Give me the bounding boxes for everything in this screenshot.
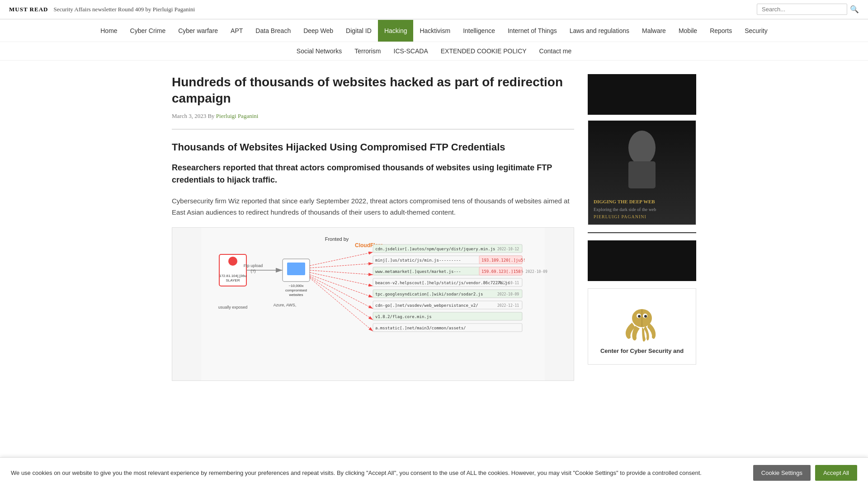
svg-text:tpc.googlesyndication[.]wiki/s: tpc.googlesyndication[.]wiki/sodar/sodar… <box>375 292 483 296</box>
svg-text:Fronted by: Fronted by <box>325 236 349 242</box>
svg-text:2022-10-11: 2022-10-11 <box>497 281 519 285</box>
svg-text:usually exposed: usually exposed <box>218 305 248 310</box>
nav-deep-web[interactable]: Deep Web <box>297 20 340 42</box>
svg-text:(?): (?) <box>251 269 256 273</box>
book-cover: DIGGING THE DEEP WEB Exploring the dark … <box>588 121 696 225</box>
svg-text:minj[.]us/static/js/min.js----: minj[.]us/static/js/min.js--------- <box>375 258 461 263</box>
must-read-label: MUST READ <box>9 6 48 13</box>
article-area: Hundreds of thousands of websites hacked… <box>172 74 574 381</box>
search-button[interactable]: 🔍 <box>850 5 859 14</box>
svg-text:v1.8.2/flag.core.min.js: v1.8.2/flag.core.min.js <box>375 314 432 319</box>
book-author: PIERLUIGI PAGANINI <box>594 214 656 219</box>
sidebar-org: Center for Cyber Security and <box>588 288 696 365</box>
svg-rect-11 <box>287 263 305 275</box>
article-divider <box>172 129 574 130</box>
nav-apt[interactable]: APT <box>224 20 249 42</box>
svg-point-59 <box>644 315 647 318</box>
article-body: Cybersecurity firm Wiz reported that sin… <box>172 195 574 218</box>
nav-social-networks[interactable]: Social Networks <box>290 42 348 60</box>
nav-ics-scada[interactable]: ICS-SCADA <box>387 42 434 60</box>
svg-text:beacon-v2.helpscout[.]help/sta: beacon-v2.helpscout[.]help/static/js/ven… <box>375 281 510 285</box>
nav-intelligence[interactable]: Intelligence <box>457 20 501 42</box>
nav-data-breach[interactable]: Data Breach <box>249 20 297 42</box>
svg-text:a.msstatic[.]net/main3/common/: a.msstatic[.]net/main3/common/assets/ <box>375 326 466 330</box>
svg-text:~10,000x: ~10,000x <box>288 284 303 288</box>
article-lead: Researchers reported that threat actors … <box>172 162 574 186</box>
nav-cyber-warfare[interactable]: Cyber warfare <box>172 20 224 42</box>
article-title: Hundreds of thousands of websites hacked… <box>172 74 574 107</box>
search-area: 🔍 <box>757 4 859 15</box>
search-input[interactable] <box>757 4 847 15</box>
svg-rect-54 <box>628 161 656 188</box>
svg-point-53 <box>628 131 656 165</box>
nav-contact[interactable]: Contact me <box>533 42 578 60</box>
article-subtitle: Thousands of Websites Hijacked Using Com… <box>172 141 574 155</box>
nav-security[interactable]: Security <box>738 20 774 42</box>
svg-text:compromised: compromised <box>285 288 307 292</box>
svg-text:www.metamarket[.]quest/market.: www.metamarket[.]quest/market.js--- <box>375 269 461 274</box>
article-diagram: Fronted by CloudFlare 172.81.104[.]36u S… <box>172 227 574 381</box>
silhouette-svg <box>622 130 662 188</box>
nav-laws[interactable]: Laws and regulations <box>563 20 636 42</box>
svg-text:193.109.120[.]ju5!: 193.109.120[.]ju5! <box>481 258 526 263</box>
svg-text:SLAYER: SLAYER <box>226 278 240 282</box>
svg-text:cdn.jsdelivr[.]autos/npm/query: cdn.jsdelivr[.]autos/npm/query/dist/jque… <box>375 247 495 251</box>
svg-text:2022-10-12: 2022-10-12 <box>497 247 519 251</box>
nav-digital-id[interactable]: Digital ID <box>340 20 378 42</box>
sidebar-ad-top <box>588 74 696 115</box>
top-bar: MUST READ Security Affairs newsletter Ro… <box>0 0 868 19</box>
svg-text:172.81.104[.]36u: 172.81.104[.]36u <box>219 274 246 278</box>
nav-cyber-crime[interactable]: Cyber Crime <box>124 20 172 42</box>
svg-text:159.69.123[.]158!: 159.69.123[.]158! <box>481 269 523 274</box>
article-author[interactable]: Pierluigi Paganini <box>216 113 259 119</box>
article-meta: March 3, 2023 By Pierluigi Paganini <box>172 113 574 120</box>
article-by: By <box>208 113 216 119</box>
nav-reports[interactable]: Reports <box>703 20 738 42</box>
nav-row-1: Home Cyber Crime Cyber warfare APT Data … <box>0 20 868 42</box>
main-container: Hundreds of thousands of websites hacked… <box>163 61 705 394</box>
ticker-text: Security Affairs newsletter Round 409 by… <box>53 6 751 13</box>
book-cover-text: DIGGING THE DEEP WEB Exploring the dark … <box>594 198 656 219</box>
nav-home[interactable]: Home <box>94 20 123 42</box>
sidebar: DIGGING THE DEEP WEB Exploring the dark … <box>588 74 696 381</box>
svg-text:2022-12-11: 2022-12-11 <box>497 304 519 308</box>
diagram-svg: Fronted by CloudFlare 172.81.104[.]36u S… <box>172 227 574 381</box>
nav-hacking[interactable]: Hacking <box>378 20 414 42</box>
svg-point-58 <box>638 315 641 318</box>
svg-point-4 <box>228 257 237 266</box>
svg-text:websites: websites <box>288 293 303 297</box>
main-nav: Home Cyber Crime Cyber warfare APT Data … <box>0 19 868 61</box>
svg-text:Azure, AWS,: Azure, AWS, <box>274 303 297 307</box>
sidebar-book: DIGGING THE DEEP WEB Exploring the dark … <box>588 120 696 225</box>
book-subtitle: Exploring the dark side of the web <box>594 206 656 212</box>
sidebar-ad-bottom <box>588 240 696 281</box>
svg-text:Ftp upload: Ftp upload <box>244 263 263 268</box>
svg-text:2022-10-09: 2022-10-09 <box>497 292 519 296</box>
cyber-logo-svg <box>619 298 665 343</box>
sidebar-org-title: Center for Cyber Security and <box>600 347 684 355</box>
article-date: March 3, 2023 <box>172 113 206 119</box>
nav-terrorism[interactable]: Terrorism <box>348 42 387 60</box>
svg-text:cdn-go[.]net/vasdev/web_webper: cdn-go[.]net/vasdev/web_webpersistance_v… <box>375 303 478 308</box>
nav-row-2: Social Networks Terrorism ICS-SCADA EXTE… <box>0 42 868 60</box>
nav-mobile[interactable]: Mobile <box>672 20 703 42</box>
nav-malware[interactable]: Malware <box>636 20 672 42</box>
book-silhouette <box>622 130 662 188</box>
book-title: DIGGING THE DEEP WEB <box>594 198 656 205</box>
sidebar-divider <box>588 232 696 233</box>
nav-hacktivism[interactable]: Hacktivism <box>413 20 457 42</box>
nav-cookie-policy[interactable]: EXTENDED COOKIE POLICY <box>434 42 533 60</box>
nav-iot[interactable]: Internet of Things <box>501 20 563 42</box>
